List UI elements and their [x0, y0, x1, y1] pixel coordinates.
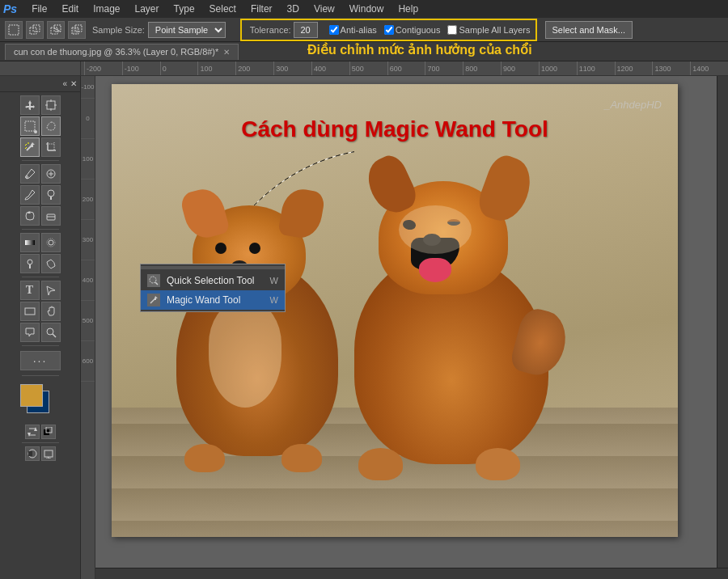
vertical-scrollbar[interactable]	[717, 76, 728, 568]
tolerance-label: Tolerance:	[250, 25, 291, 35]
options-bar: Sample Size: Point Sample Tolerance: Ant…	[0, 18, 728, 42]
eyedropper-tool-btn[interactable]	[20, 164, 40, 184]
intersect-selection-btn[interactable]	[68, 21, 86, 39]
foreground-color-swatch[interactable]	[20, 384, 43, 407]
toolbox-collapse-btn[interactable]: «	[62, 79, 67, 88]
svg-marker-16	[31, 142, 35, 147]
divider	[22, 442, 59, 443]
tool-row-text: T	[20, 281, 61, 300]
menu-window[interactable]: Window	[343, 2, 391, 16]
add-selection-btn[interactable]	[26, 21, 44, 39]
lasso-tool-btn[interactable]	[41, 116, 61, 136]
path-select-tool-btn[interactable]	[41, 281, 61, 300]
tool-row-history	[20, 206, 61, 226]
screen-mode-btn[interactable]	[41, 446, 56, 461]
sample-size-select[interactable]: Point Sample	[148, 22, 226, 38]
ruler-tick: 500	[349, 61, 387, 76]
divider	[22, 160, 59, 161]
menu-image[interactable]: Image	[87, 2, 126, 16]
contiguous-checkbox-group[interactable]: Contiguous	[384, 25, 441, 35]
more-tools-btn[interactable]: ···	[20, 351, 61, 370]
svg-rect-0	[9, 25, 19, 35]
blur-tool-btn[interactable]	[41, 233, 61, 252]
eraser-tool-btn[interactable]	[41, 206, 61, 226]
magic-wand-tool-item[interactable]: Magic Wand Tool W	[141, 290, 285, 310]
sample-all-layers-checkbox[interactable]	[447, 25, 457, 35]
history-brush-btn[interactable]	[20, 206, 40, 226]
ruler-tick: 300	[273, 61, 311, 76]
menu-3d[interactable]: 3D	[281, 2, 306, 16]
switch-colors-btn[interactable]	[25, 425, 40, 439]
svg-point-39	[47, 328, 53, 335]
note-tool-btn[interactable]	[20, 323, 40, 342]
anti-alias-checkbox[interactable]	[329, 25, 339, 35]
menu-file[interactable]: File	[25, 2, 53, 16]
type-tool-btn[interactable]: T	[20, 281, 40, 300]
menu-edit[interactable]: Edit	[55, 2, 85, 16]
color-swatches[interactable]	[20, 384, 61, 418]
ruler-tick: 1100	[577, 61, 615, 76]
magic-wand-label: Magic Wand Tool	[167, 294, 240, 306]
menu-view[interactable]: View	[307, 2, 341, 16]
ruler-tick: 0	[160, 61, 198, 76]
pen-tool-btn[interactable]	[41, 254, 61, 273]
svg-line-53	[155, 282, 158, 285]
menu-filter[interactable]: Filter	[244, 2, 279, 16]
svg-point-24	[25, 176, 28, 179]
divider	[22, 229, 59, 230]
horizontal-ruler: -200 -100 0 100 200 300 400 500 600 700 …	[81, 61, 728, 76]
svg-rect-14	[25, 121, 35, 131]
move-tool-btn[interactable]	[20, 95, 40, 115]
horizontal-scrollbar[interactable]	[95, 568, 728, 579]
app-logo: Ps	[3, 2, 17, 15]
clone-stamp-tool-btn[interactable]	[41, 185, 61, 205]
anti-alias-checkbox-group[interactable]: Anti-alias	[329, 25, 377, 35]
main-area: « ✕	[0, 76, 728, 579]
svg-point-52	[150, 277, 156, 283]
svg-point-28	[48, 190, 54, 197]
svg-rect-32	[25, 240, 35, 245]
ruler-tick: 1200	[615, 61, 653, 76]
artboard-tool-btn[interactable]	[41, 95, 61, 115]
wand-tool-btn[interactable]	[20, 137, 40, 157]
tab-close-button[interactable]: ✕	[223, 48, 230, 57]
hand-tool-btn[interactable]	[41, 302, 61, 321]
vertical-ruler: -100 0 100 200 300 400 500 600	[81, 76, 95, 579]
menu-help[interactable]: Help	[392, 2, 425, 16]
watermark-text: _AnhdepHD	[604, 99, 662, 111]
contiguous-checkbox[interactable]	[384, 25, 394, 35]
tool-row-brush	[20, 185, 61, 205]
crop-tool-btn[interactable]	[41, 137, 61, 157]
document-tab[interactable]: cun con de thuong.jpg @ 36.3% (Layer 0, …	[5, 44, 239, 60]
quick-selection-tool-item[interactable]: Quick Selection Tool W	[141, 271, 285, 290]
tool-list: T	[0, 92, 80, 579]
menu-select[interactable]: Select	[203, 2, 243, 16]
canvas-area[interactable]: _AnhdepHD Cách dùng Magic Wand Tool Quic…	[95, 76, 728, 579]
spot-heal-tool-btn[interactable]	[41, 164, 61, 184]
default-colors-btn[interactable]	[41, 425, 56, 439]
sample-all-layers-checkbox-group[interactable]: Sample All Layers	[447, 25, 530, 35]
ruler-corner	[0, 61, 81, 76]
toolbox-header: « ✕	[0, 76, 80, 92]
tool-row-dodge	[20, 254, 61, 273]
gradient-tool-btn[interactable]	[20, 233, 40, 252]
toolbox-close-btn[interactable]: ✕	[70, 79, 77, 88]
shape-tool-btn[interactable]	[20, 302, 40, 321]
zoom-tool-btn[interactable]	[41, 323, 61, 342]
marquee-tool-btn[interactable]	[20, 116, 40, 136]
select-and-mask-button[interactable]: Select and Mask...	[545, 21, 633, 39]
brush-tool-btn[interactable]	[20, 185, 40, 205]
dodge-tool-btn[interactable]	[20, 254, 40, 273]
menu-type[interactable]: Type	[167, 2, 201, 16]
quick-mask-btn[interactable]	[25, 446, 40, 461]
svg-line-17	[25, 144, 27, 146]
ruler-tick: 400	[311, 61, 349, 76]
tolerance-input[interactable]	[294, 22, 318, 38]
svg-marker-37	[47, 286, 55, 295]
subtract-selection-btn[interactable]	[47, 21, 65, 39]
menu-layer[interactable]: Layer	[129, 2, 166, 16]
tool-row-shape	[20, 302, 61, 321]
ruler-tick: 1400	[690, 61, 728, 76]
new-selection-btn[interactable]	[5, 21, 23, 39]
ruler-tick: 700	[425, 61, 463, 76]
